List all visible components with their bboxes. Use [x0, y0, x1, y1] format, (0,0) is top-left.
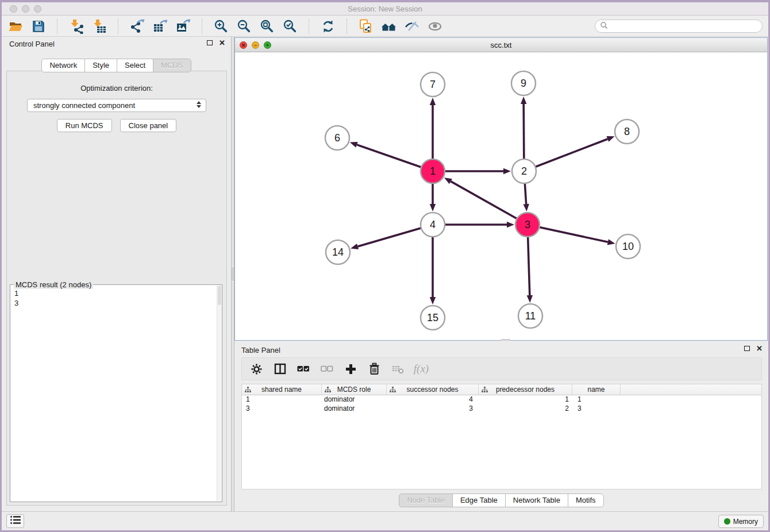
table-cell[interactable]: 3 — [387, 404, 479, 414]
table-cell[interactable]: dominator — [322, 404, 387, 414]
svg-text:8: 8 — [624, 126, 630, 137]
graph-edge-4-14[interactable] — [351, 225, 433, 249]
column-header-predecessor-nodes[interactable]: predecessor nodes — [479, 384, 572, 395]
control-tab-network[interactable]: Network — [41, 59, 85, 72]
graph-edge-2-8[interactable] — [524, 136, 615, 171]
graph-edge-3-1[interactable] — [444, 178, 528, 225]
graph-node-8[interactable]: 8 — [615, 119, 639, 144]
table-cell[interactable]: 1 — [479, 395, 572, 404]
search-icon — [600, 21, 608, 32]
open-session-icon[interactable] — [7, 18, 23, 34]
result-scrollbar[interactable] — [217, 286, 221, 501]
control-tab-mcds[interactable]: MCDS — [153, 59, 191, 72]
column-header-successor-nodes[interactable]: successor nodes — [387, 384, 479, 395]
table-cell[interactable]: dominator — [322, 395, 387, 404]
graph-edge-3-10[interactable] — [528, 225, 615, 245]
column-header-mcds-role[interactable]: MCDS role — [322, 384, 387, 395]
run-mcds-button[interactable]: Run MCDS — [57, 119, 112, 132]
delete-table-icon[interactable] — [391, 363, 404, 375]
graph-node-3[interactable]: 3 — [515, 213, 540, 237]
column-header-name[interactable]: name — [572, 384, 621, 395]
column-header-shared-name[interactable]: shared name — [242, 384, 322, 395]
table-tab-network-table[interactable]: Network Table — [505, 494, 568, 507]
graph-node-1[interactable]: 1 — [421, 159, 445, 183]
close-table-panel-icon[interactable]: ✕ — [756, 345, 763, 352]
attribute-type-icon — [325, 387, 331, 395]
memory-status-icon — [724, 518, 730, 525]
function-builder-icon[interactable]: f(x) — [415, 363, 428, 375]
toolbar-separator — [202, 19, 202, 34]
task-history-button[interactable] — [6, 514, 24, 528]
graph-node-9[interactable]: 9 — [511, 71, 536, 95]
delete-column-icon[interactable] — [368, 363, 380, 375]
table-row[interactable]: 1dominator411 — [242, 395, 761, 404]
zoom-selected-icon[interactable] — [282, 18, 298, 34]
graph-node-10[interactable]: 10 — [616, 234, 640, 259]
network-canvas[interactable]: 1234678910111415 — [235, 52, 767, 340]
table-tab-edge-table[interactable]: Edge Table — [452, 494, 506, 507]
table-cell[interactable]: 3 — [572, 404, 621, 414]
criterion-dropdown[interactable]: strongly connected component — [27, 99, 206, 112]
mcds-panel: Optimization criterion: strongly connect… — [6, 71, 227, 506]
first-neighbors-icon[interactable] — [381, 18, 396, 34]
search-input[interactable] — [611, 22, 757, 30]
table-options-icon[interactable] — [250, 363, 263, 375]
save-session-icon[interactable] — [30, 18, 46, 34]
table-cell[interactable]: 3 — [242, 404, 322, 414]
select-all-rows-icon[interactable] — [297, 363, 310, 375]
export-table-icon[interactable] — [152, 18, 168, 34]
network-window-titlebar[interactable]: ✕ − + scc.txt — [235, 38, 767, 52]
search-box[interactable] — [595, 20, 763, 33]
table-cell[interactable]: 4 — [387, 395, 479, 404]
control-panel-tabs: NetworkStyleSelectMCDS — [2, 59, 231, 72]
memory-button[interactable]: Memory — [718, 515, 764, 528]
zoom-in-icon[interactable] — [213, 18, 229, 34]
show-all-icon[interactable] — [427, 18, 442, 34]
table-tabs: Node TableEdge TableNetwork TableMotifs — [234, 494, 768, 507]
status-bar: Memory — [2, 511, 768, 530]
graph-node-11[interactable]: 11 — [518, 304, 542, 328]
close-panel-icon[interactable]: ✕ — [219, 40, 225, 46]
mcds-result-text[interactable]: 1 3 — [10, 287, 216, 502]
float-table-panel-icon[interactable] — [744, 346, 750, 351]
table-cell[interactable]: 1 — [572, 395, 621, 404]
network-resize-grip[interactable] — [501, 339, 510, 341]
table-row[interactable]: 3dominator323 — [242, 404, 761, 414]
zoom-fit-icon[interactable] — [259, 18, 275, 34]
control-tab-style[interactable]: Style — [84, 59, 117, 72]
criterion-dropdown-value: strongly connected component — [33, 101, 135, 110]
float-panel-icon[interactable] — [207, 40, 213, 45]
toolbar-separator — [57, 19, 57, 34]
network-graph: 1234678910111415 — [235, 52, 768, 341]
import-network-icon[interactable] — [68, 18, 84, 34]
split-panel-icon[interactable] — [274, 363, 286, 375]
export-network-icon[interactable] — [129, 18, 145, 34]
new-network-from-selection-icon[interactable] — [358, 18, 374, 34]
table-cell[interactable]: 2 — [479, 404, 572, 414]
graph-node-7[interactable]: 7 — [421, 72, 445, 97]
svg-text:6: 6 — [334, 132, 340, 144]
control-tab-select[interactable]: Select — [117, 59, 153, 72]
svg-text:4: 4 — [430, 219, 436, 230]
main-toolbar — [2, 16, 768, 37]
graph-node-14[interactable]: 14 — [326, 240, 350, 264]
graph-node-15[interactable]: 15 — [421, 306, 445, 330]
export-image-icon[interactable] — [175, 18, 191, 34]
attribute-type-icon — [482, 387, 488, 395]
zoom-out-icon[interactable] — [236, 18, 252, 34]
column-label: MCDS role — [337, 385, 371, 394]
graph-node-4[interactable]: 4 — [421, 213, 445, 237]
table-cell[interactable]: 1 — [242, 395, 322, 404]
graph-node-6[interactable]: 6 — [325, 126, 349, 150]
svg-text:15: 15 — [427, 312, 438, 323]
table-tab-motifs[interactable]: Motifs — [568, 494, 604, 507]
hide-selected-icon[interactable] — [404, 18, 419, 34]
import-table-icon[interactable] — [91, 18, 107, 34]
deselect-all-rows-icon[interactable] — [321, 363, 333, 375]
table-tab-node-table[interactable]: Node Table — [399, 494, 453, 507]
graph-node-2[interactable]: 2 — [512, 159, 536, 183]
close-panel-button[interactable]: Close panel — [120, 119, 177, 132]
refresh-icon[interactable] — [320, 18, 336, 34]
graph-edge-1-6[interactable] — [350, 142, 433, 171]
add-column-icon[interactable] — [344, 363, 357, 375]
